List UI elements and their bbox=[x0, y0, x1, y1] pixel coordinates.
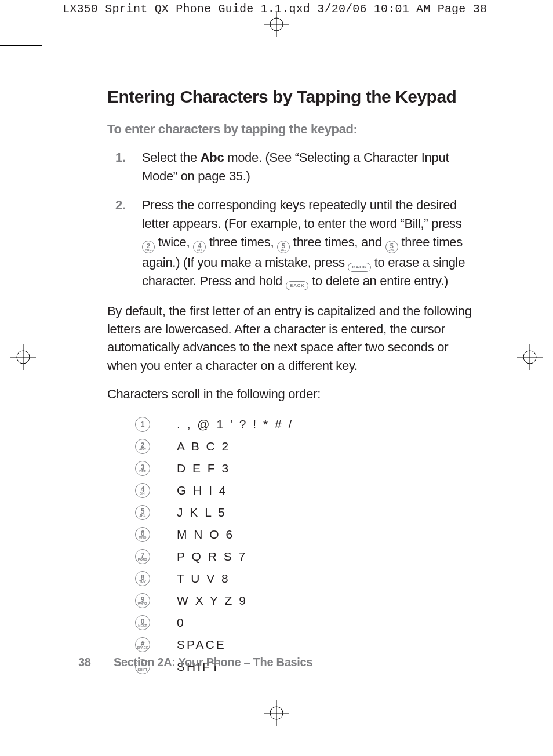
charlist-chars: T U V 8 bbox=[177, 572, 230, 586]
text: Select the bbox=[142, 150, 201, 165]
charlist-chars: D E F 3 bbox=[177, 461, 230, 475]
text: to delete an entire entry.) bbox=[312, 274, 448, 288]
crop-mark bbox=[59, 728, 59, 756]
text-bold: Abc bbox=[201, 150, 224, 165]
charlist-row: 5JKLJ K L 5 bbox=[135, 501, 472, 524]
charlist-row: 6MNOM N O 6 bbox=[135, 524, 472, 546]
content-block: Entering Characters by Tapping the Keypa… bbox=[107, 87, 472, 678]
step-list: 1. Select the Abc mode. (See “Selecting … bbox=[115, 148, 472, 290]
charlist-chars: SPACE bbox=[177, 638, 226, 652]
paragraph: Characters scroll in the following order… bbox=[107, 385, 472, 403]
charlist-row: 3DEFD E F 3 bbox=[135, 457, 472, 479]
key-back-icon: BACK bbox=[286, 281, 309, 290]
page-title: Entering Characters by Tapping the Keypa… bbox=[107, 87, 472, 107]
step-body: Press the corresponding keys repeatedly … bbox=[142, 196, 472, 290]
charlist-chars: 0 bbox=[177, 616, 185, 630]
page-footer: 38 Section 2A: Your Phone – The Basics bbox=[78, 656, 312, 669]
text: three times, bbox=[209, 235, 277, 249]
key-k8-icon: 8TUV bbox=[135, 571, 150, 586]
character-order-list: 1. , @ 1 ' ? ! * # /2ABCA B C 23DEFD E F… bbox=[135, 413, 472, 678]
charlist-row: #SPACESPACE bbox=[135, 634, 472, 656]
crop-mark bbox=[0, 45, 42, 46]
charlist-row: 8TUVT U V 8 bbox=[135, 568, 472, 590]
charlist-chars: . , @ 1 ' ? ! * # / bbox=[177, 417, 293, 431]
key-k3-icon: 3DEF bbox=[135, 461, 150, 476]
step-number: 2. bbox=[115, 196, 142, 290]
charlist-chars: P Q R S 7 bbox=[177, 550, 247, 564]
paragraph: By default, the first letter of an entry… bbox=[107, 302, 472, 375]
text: Press the corresponding keys repeatedly … bbox=[142, 198, 462, 231]
charlist-row: 1. , @ 1 ' ? ! * # / bbox=[135, 413, 472, 435]
charlist-row: 9WXYZW X Y Z 9 bbox=[135, 590, 472, 612]
step-body: Select the Abc mode. (See “Selecting a C… bbox=[142, 148, 472, 186]
registration-mark-icon bbox=[517, 344, 543, 370]
key-k6-icon: 6MNO bbox=[135, 527, 150, 542]
section-label: Section 2A: Your Phone – The Basics bbox=[114, 656, 312, 668]
key-5-icon: 5JKL bbox=[385, 241, 398, 253]
charlist-row: 4GHIG H I 4 bbox=[135, 479, 472, 501]
key-k5-icon: 5JKL bbox=[135, 505, 150, 520]
key-k0-icon: 0NEXT bbox=[135, 615, 150, 630]
step-item: 2. Press the corresponding keys repeated… bbox=[115, 196, 472, 290]
step-number: 1. bbox=[115, 148, 142, 186]
charlist-chars: A B C 2 bbox=[177, 439, 230, 453]
key-k4-icon: 4GHI bbox=[135, 483, 150, 498]
charlist-row: 0NEXT0 bbox=[135, 612, 472, 634]
page: LX350_Sprint QX Phone Guide_1.1.qxd 3/20… bbox=[0, 0, 553, 756]
key-5-icon: 5JKL bbox=[277, 241, 290, 253]
text: three times, and bbox=[293, 235, 385, 249]
key-k1-icon: 1 bbox=[135, 417, 150, 432]
key-4-icon: 4GHI bbox=[193, 241, 206, 253]
lead-text: To enter characters by tapping the keypa… bbox=[107, 122, 472, 137]
key-k2-icon: 2ABC bbox=[135, 439, 150, 454]
step-item: 1. Select the Abc mode. (See “Selecting … bbox=[115, 148, 472, 186]
registration-mark-icon bbox=[264, 700, 289, 726]
charlist-chars: G H I 4 bbox=[177, 484, 228, 497]
charlist-chars: W X Y Z 9 bbox=[177, 594, 248, 608]
charlist-chars: M N O 6 bbox=[177, 528, 234, 541]
key-kpound-icon: #SPACE bbox=[135, 637, 150, 652]
text: twice, bbox=[158, 235, 193, 249]
charlist-row: 2ABCA B C 2 bbox=[135, 435, 472, 457]
registration-mark-icon bbox=[10, 344, 36, 370]
charlist-row: 7PQRSP Q R S 7 bbox=[135, 546, 472, 568]
crop-mark bbox=[59, 0, 59, 28]
key-2-icon: 2ABC bbox=[142, 241, 155, 253]
page-number: 38 bbox=[78, 656, 91, 668]
charlist-chars: J K L 5 bbox=[177, 506, 227, 519]
running-header: LX350_Sprint QX Phone Guide_1.1.qxd 3/20… bbox=[63, 2, 518, 16]
key-back-icon: BACK bbox=[348, 263, 371, 272]
key-k9-icon: 9WXYZ bbox=[135, 593, 150, 608]
key-k7-icon: 7PQRS bbox=[135, 549, 150, 564]
